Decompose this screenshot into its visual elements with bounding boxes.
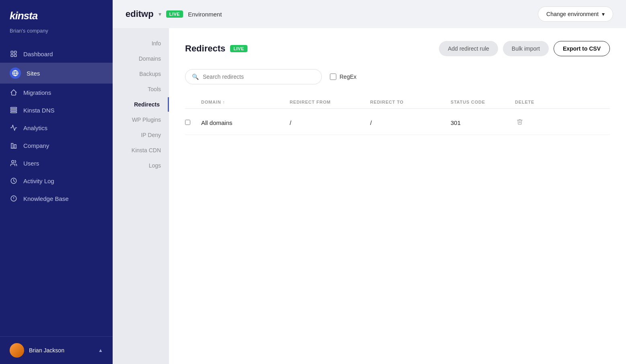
activity-log-icon xyxy=(10,177,18,185)
sidebar-item-kinsta-dns[interactable]: Kinsta DNS xyxy=(0,101,113,119)
logo-area: kinsta xyxy=(0,0,113,26)
svg-rect-6 xyxy=(11,107,17,108)
sidebar: kinsta Brian's company Dashboard Sites M… xyxy=(0,0,113,364)
sub-nav-domains[interactable]: Domains xyxy=(113,51,169,66)
sidebar-label-migrations: Migrations xyxy=(23,89,51,96)
row-status-code: 301 xyxy=(451,119,515,126)
sidebar-label-company: Company xyxy=(23,142,49,149)
sub-nav-logs[interactable]: Logs xyxy=(113,158,169,173)
page-header: Redirects LIVE Add redirect rule Bulk im… xyxy=(185,41,610,56)
sidebar-item-migrations[interactable]: Migrations xyxy=(0,84,113,101)
svg-rect-7 xyxy=(11,110,17,111)
sidebar-item-sites[interactable]: Sites xyxy=(0,63,113,84)
svg-rect-9 xyxy=(11,143,13,148)
environment-label: Environment xyxy=(188,11,222,18)
analytics-icon xyxy=(10,124,18,132)
delete-header: DELETE xyxy=(515,100,547,104)
sub-nav-info[interactable]: Info xyxy=(113,36,169,51)
regex-checkbox[interactable] xyxy=(330,74,336,80)
sub-nav-tools[interactable]: Tools xyxy=(113,82,169,96)
sub-nav-ip-deny[interactable]: IP Deny xyxy=(113,128,169,142)
svg-rect-1 xyxy=(14,51,16,53)
page-live-badge: LIVE xyxy=(230,45,247,52)
sidebar-nav: Dashboard Sites Migrations Kinsta DNS An xyxy=(0,42,113,336)
sidebar-item-knowledge-base[interactable]: Knowledge Base xyxy=(0,190,113,207)
svg-rect-2 xyxy=(11,55,13,57)
migrations-icon xyxy=(10,88,18,96)
change-env-label: Change environment xyxy=(546,11,599,17)
svg-rect-10 xyxy=(14,145,16,148)
sidebar-item-users[interactable]: Users xyxy=(0,154,113,172)
site-name: editwp xyxy=(126,9,154,19)
dns-icon xyxy=(10,106,18,114)
svg-rect-8 xyxy=(11,112,17,113)
page-title: Redirects xyxy=(185,43,225,54)
redirects-table: DOMAIN ↑ REDIRECT FROM REDIRECT TO STATU… xyxy=(185,96,610,135)
topbar-live-badge: LIVE xyxy=(166,10,183,18)
header-actions: Add redirect rule Bulk import Export to … xyxy=(439,41,610,56)
site-chevron-icon[interactable]: ▾ xyxy=(159,11,161,17)
regex-label: RegEx xyxy=(340,74,356,80)
sidebar-label-users: Users xyxy=(23,160,39,167)
knowledge-base-icon xyxy=(10,194,18,202)
sidebar-label-analytics: Analytics xyxy=(23,125,47,131)
sub-nav-wp-plugins[interactable]: WP Plugins xyxy=(113,112,169,127)
domain-header: DOMAIN ↑ xyxy=(201,100,290,104)
avatar xyxy=(10,343,24,358)
sites-icon xyxy=(10,67,21,79)
row-checkbox-cell xyxy=(185,119,201,126)
sub-nav-backups[interactable]: Backups xyxy=(113,67,169,81)
row-checkbox[interactable] xyxy=(185,120,190,125)
search-input[interactable] xyxy=(203,74,315,80)
company-name: Brian's company xyxy=(0,26,113,42)
sub-nav-redirects[interactable]: Redirects xyxy=(113,97,169,112)
checkbox-header xyxy=(185,100,201,104)
sidebar-item-dashboard[interactable]: Dashboard xyxy=(0,45,113,63)
sidebar-label-kinsta-dns: Kinsta DNS xyxy=(23,107,55,114)
sidebar-label-sites: Sites xyxy=(27,70,40,77)
main-content: editwp ▾ LIVE Environment Change environ… xyxy=(113,0,626,364)
sub-nav-kinsta-cdn[interactable]: Kinsta CDN xyxy=(113,143,169,157)
sidebar-label-knowledge-base: Knowledge Base xyxy=(23,195,69,202)
svg-point-14 xyxy=(14,200,14,200)
sidebar-label-activity-log: Activity Log xyxy=(23,178,54,184)
sidebar-item-company[interactable]: Company xyxy=(0,137,113,154)
row-domain: All domains xyxy=(201,119,290,126)
sidebar-item-activity-log[interactable]: Activity Log xyxy=(0,172,113,190)
svg-rect-0 xyxy=(11,51,13,53)
page-content: Redirects LIVE Add redirect rule Bulk im… xyxy=(169,28,626,364)
table-row: All domains / / 301 xyxy=(185,110,610,135)
site-info: editwp ▾ LIVE Environment xyxy=(126,9,222,19)
topbar: editwp ▾ LIVE Environment Change environ… xyxy=(113,0,626,28)
add-redirect-rule-button[interactable]: Add redirect rule xyxy=(439,41,498,56)
row-redirect-from: / xyxy=(290,119,370,126)
sidebar-label-dashboard: Dashboard xyxy=(23,51,53,57)
dashboard-icon xyxy=(10,50,18,58)
svg-rect-3 xyxy=(14,55,16,57)
content-area: Info Domains Backups Tools Redirects WP … xyxy=(113,28,626,364)
redirect-from-header: REDIRECT FROM xyxy=(290,100,370,104)
search-icon: 🔍 xyxy=(192,74,199,80)
search-box: 🔍 xyxy=(185,69,322,84)
search-area: 🔍 RegEx xyxy=(185,69,610,84)
change-env-chevron-icon: ▾ xyxy=(602,11,605,17)
status-code-header: STATUS CODE xyxy=(451,100,515,104)
redirect-to-header: REDIRECT TO xyxy=(370,100,451,104)
delete-button[interactable] xyxy=(515,117,525,128)
sub-nav: Info Domains Backups Tools Redirects WP … xyxy=(113,28,169,364)
change-environment-button[interactable]: Change environment ▾ xyxy=(538,6,613,22)
users-icon xyxy=(10,159,18,167)
row-redirect-to: / xyxy=(370,119,451,126)
row-delete-cell xyxy=(515,117,547,128)
table-header: DOMAIN ↑ REDIRECT FROM REDIRECT TO STATU… xyxy=(185,96,610,109)
regex-area: RegEx xyxy=(330,74,356,80)
export-csv-button[interactable]: Export to CSV xyxy=(554,41,610,56)
user-chevron-icon: ▲ xyxy=(98,348,103,353)
user-footer[interactable]: Brian Jackson ▲ xyxy=(0,336,113,364)
brand-logo: kinsta xyxy=(10,10,103,22)
bulk-import-button[interactable]: Bulk import xyxy=(503,41,549,56)
svg-point-11 xyxy=(12,160,14,163)
page-title-area: Redirects LIVE xyxy=(185,43,247,54)
sidebar-item-analytics[interactable]: Analytics xyxy=(0,119,113,137)
user-name: Brian Jackson xyxy=(29,347,93,354)
